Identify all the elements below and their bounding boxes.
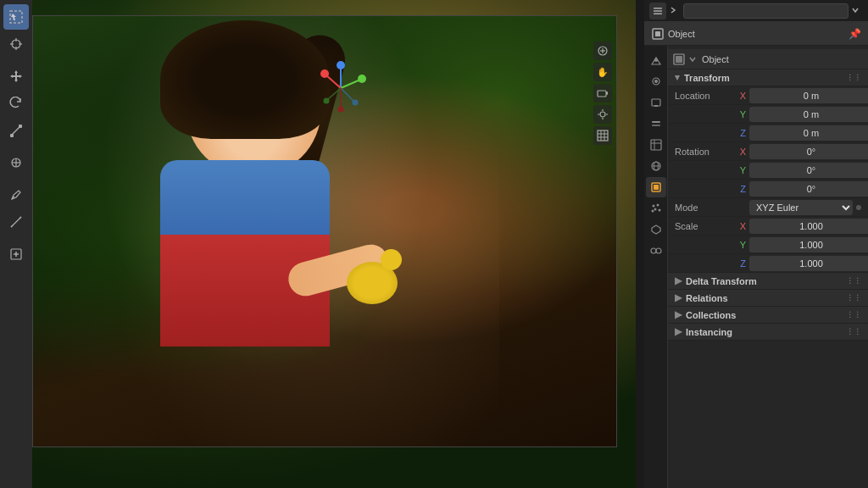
prop-location-x-input[interactable] (749, 88, 868, 103)
section-collections-header[interactable]: ▶ Collections ⋮⋮ (668, 307, 868, 324)
svg-point-67 (654, 208, 656, 211)
section-relations-header[interactable]: ▶ Relations ⋮⋮ (668, 290, 868, 307)
svg-rect-53 (652, 99, 660, 106)
object-icon (651, 27, 665, 41)
toolbar-btn-transform[interactable] (3, 150, 29, 175)
prop-tab-render[interactable] (646, 71, 666, 92)
prop-rotation-mode-select[interactable]: XYZ Euler XZY Euler YXZ Euler Quaternion… (749, 200, 853, 215)
prop-rotation-y-axis: Y (734, 165, 749, 175)
section-transform-arrow: ▾ (675, 72, 680, 83)
prop-tab-particles[interactable] (646, 198, 666, 219)
svg-rect-74 (676, 56, 682, 63)
panel-search-input[interactable] (683, 3, 849, 19)
toolbar-btn-rotate[interactable] (3, 91, 29, 116)
prop-rotation-y-input[interactable] (749, 163, 868, 178)
character-scene (75, 16, 499, 447)
panel-arrow-btn[interactable] (669, 6, 681, 16)
prop-scale-x-axis: X (734, 221, 749, 231)
prop-tab-scene2[interactable] (646, 135, 666, 155)
prop-location-y-input[interactable] (749, 107, 868, 122)
toolbar-btn-add[interactable] (3, 241, 29, 267)
prop-tab-world[interactable] (646, 156, 666, 176)
toolbar-left (0, 0, 32, 488)
viewport-overlay-icons: ✋ (593, 42, 612, 145)
svg-point-50 (654, 58, 658, 62)
prop-rotation-x-input[interactable] (749, 144, 868, 159)
svg-point-52 (654, 80, 658, 83)
char-body (160, 160, 330, 347)
svg-point-34 (337, 61, 345, 69)
section-instancing-dots: ⋮⋮ (846, 328, 861, 336)
char-hair (160, 20, 330, 139)
svg-rect-56 (652, 125, 660, 126)
toolbar-btn-cursor[interactable] (3, 31, 29, 57)
prop-row-rotation-y: Y (668, 161, 868, 180)
svg-point-38 (320, 69, 329, 78)
svg-point-71 (656, 248, 661, 253)
prop-scale-label: Scale (675, 221, 734, 231)
toolbar-btn-scale[interactable] (3, 118, 29, 143)
app-container: ✋ (0, 0, 868, 488)
overlay-shading-add[interactable] (593, 42, 612, 60)
svg-point-65 (652, 205, 654, 208)
svg-line-15 (19, 217, 21, 219)
section-delta-arrow: ▶ (675, 275, 682, 286)
prop-mode-label: Mode (675, 202, 734, 213)
section-transform-dots: ⋮⋮ (846, 74, 861, 82)
object-type-label: Object (702, 54, 729, 64)
section-transform-header[interactable]: ▾ Transform ⋮⋮ (668, 69, 868, 86)
prop-rotation-x-axis: X (734, 147, 749, 157)
svg-rect-49 (655, 31, 660, 36)
prop-tab-scene[interactable] (646, 50, 666, 70)
svg-rect-57 (651, 140, 661, 150)
section-delta-dots: ⋮⋮ (846, 277, 861, 286)
prop-tab-output[interactable] (646, 92, 666, 113)
prop-scale-z-input[interactable] (749, 256, 868, 271)
prop-location-z-input[interactable] (749, 125, 868, 141)
section-delta-label: Delta Transform (686, 276, 757, 286)
toolbar-btn-measure[interactable] (3, 209, 29, 235)
prop-tab-object[interactable] (646, 177, 666, 197)
gizmo-widget[interactable] (311, 58, 370, 118)
overlay-sun[interactable] (593, 105, 612, 124)
object-header-label: Object (668, 29, 695, 39)
toolbar-btn-select[interactable] (3, 4, 29, 30)
svg-rect-7 (10, 134, 14, 137)
section-instancing-header[interactable]: ▶ Instancing ⋮⋮ (668, 324, 868, 341)
prop-scale-z-axis: Z (734, 258, 749, 269)
section-instancing-arrow: ▶ (675, 326, 682, 337)
prop-scale-y-input[interactable] (749, 237, 868, 252)
panel-menu-btn[interactable] (649, 3, 666, 19)
prop-rotation-z-axis: Z (734, 184, 749, 194)
prop-row-rotation-x: Rotation X (668, 142, 868, 161)
overlay-hand[interactable]: ✋ (593, 63, 612, 81)
overlay-camera[interactable] (593, 84, 612, 103)
viewport[interactable]: ✋ (32, 15, 617, 447)
prop-scale-x-input[interactable] (749, 219, 868, 234)
prop-tab-viewlayer[interactable] (646, 114, 666, 134)
section-collections-label: Collections (686, 310, 736, 320)
prop-mode-dot[interactable] (856, 205, 861, 210)
prop-row-scale-x: Scale X (668, 217, 868, 236)
svg-point-42 (324, 98, 330, 104)
svg-point-69 (651, 210, 654, 213)
panel-pin-btn[interactable]: 📌 (849, 28, 861, 40)
object-expand-icon (688, 55, 697, 64)
toolbar-btn-move[interactable] (3, 64, 29, 89)
prop-row-scale-z: Z (668, 254, 868, 273)
svg-point-44 (338, 107, 344, 113)
section-relations-label: Relations (686, 293, 728, 303)
prop-rotation-z-input[interactable] (749, 181, 868, 197)
prop-row-scale-y: Y (668, 236, 868, 254)
section-delta-header[interactable]: ▶ Delta Transform ⋮⋮ (668, 273, 868, 290)
overlay-grid[interactable] (593, 126, 612, 145)
object-type-icon (673, 53, 685, 65)
toolbar-btn-annotate[interactable] (3, 182, 29, 208)
svg-line-39 (341, 88, 353, 101)
prop-row-location-y: Y (668, 105, 868, 124)
prop-tab-constraints[interactable] (646, 241, 666, 261)
right-panel: Object 📌 (644, 0, 868, 488)
prop-location-y-axis: Y (734, 109, 749, 119)
prop-tab-physics[interactable] (646, 219, 666, 240)
panel-dropdown-btn[interactable] (851, 6, 863, 16)
